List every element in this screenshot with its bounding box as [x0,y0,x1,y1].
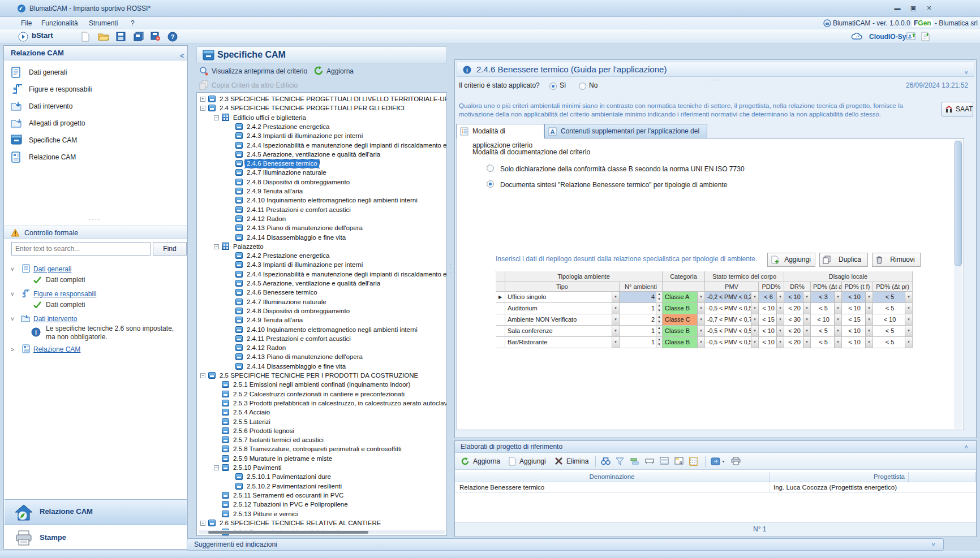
tree-item[interactable]: 2.5.1 Emissioni negli ambienti confinati… [199,380,447,390]
minimize-button[interactable]: ▬ [891,3,904,13]
tree-item[interactable]: 2.4.13 Piano di manutenzione dell'opera [199,224,447,233]
chevron-down-icon[interactable]: ˅ [11,291,16,297]
grid-lines-icon[interactable] [689,457,698,466]
dropdown-button[interactable]: ▼ [697,292,704,302]
cell-pd_dtpr[interactable]: < 5▼ [873,337,913,348]
cell-n[interactable]: 1▲▼ [620,337,663,348]
preview-criterio-button[interactable]: Visualizza anteprima del criterio [212,64,307,78]
cell-pd_tf[interactable]: < 10▼ [842,303,873,314]
tree-item[interactable]: 2.4.11 Prestazioni e comfort acustici [199,335,447,344]
tree-item[interactable]: 2.4.4 Ispezionabilità e manutenzione deg… [199,270,447,279]
dropdown-button[interactable]: ▼ [751,303,758,314]
save-export-icon[interactable] [151,32,161,42]
spinner-control[interactable]: ▲▼ [656,292,662,302]
aggiungi-button[interactable]: Aggiungi [767,253,815,267]
cell-tipo[interactable]: Ambiente NON Verificato▼ [505,314,620,326]
aggiorna-button[interactable]: Aggiorna [326,64,354,78]
cell-pmv[interactable]: -0,5 < PMV < 0,5▼ [705,326,759,337]
sidebar-item-dati-intervento[interactable]: Dati intervento [4,98,187,115]
tree-expander-icon[interactable]: − [200,106,205,111]
sidebar-item-relazione-cam[interactable]: Relazione CAM [4,149,187,166]
cell-pd_dta[interactable]: < 3▼ [811,292,842,303]
cell-n[interactable]: 1▲▼ [620,326,663,337]
dropdown-button[interactable]: ▼ [751,337,758,348]
tree-item[interactable]: 2.5.3 Prodotti prefabbricati in calcestr… [199,399,447,408]
controllo-link[interactable]: Dati generali [33,265,71,273]
cell-pdd[interactable]: < 15▼ [759,314,784,326]
report-sync-icon[interactable] [921,32,931,42]
print-icon[interactable] [731,457,740,466]
cell-pd_tf[interactable]: < 10▼ [842,337,873,348]
tree-item[interactable]: 2.5.12 Tubazioni in PVC e Polipropilene [199,500,447,509]
dropdown-button[interactable]: ▼ [776,303,784,314]
collapse-sidebar-button[interactable]: < [180,49,184,63]
cell-cat[interactable]: Classe B▼ [663,326,705,337]
dropdown-button[interactable]: ▼ [612,292,619,302]
horizontal-splitter[interactable]: ···· [89,215,101,223]
cell-pd_dtpr[interactable]: < 5▼ [873,292,913,303]
tree-item[interactable]: −Palazzetto [199,243,447,252]
tree-item[interactable]: 2.5.10.1 Pavimentazioni dure [199,473,447,482]
tree-item[interactable]: 2.5.8 Tramezzature, contropareti perimet… [199,445,447,454]
cell-cat[interactable]: Classe C▼ [663,314,705,326]
tab-contenuti-supplementari[interactable]: A Contenuti supplementari per l'applicaz… [544,124,707,139]
tree-item[interactable]: 2.4.10 Inquinamento elettromagnetico neg… [199,326,447,335]
tree-item[interactable]: −2.4 SPECIFICHE TECNICHE PROGETTUALI PER… [199,104,447,113]
radio-si[interactable] [549,83,557,90]
dropdown-button[interactable]: ▼ [776,292,784,302]
refresh-icon[interactable] [461,457,470,466]
filter-icon[interactable] [616,457,625,466]
elaborati-aggiungi-button[interactable]: Aggiungi [519,453,546,470]
elaborati-cell-progettista[interactable]: Ing. Luca Cocozza (Progettista energetic… [770,482,976,493]
refresh-icon[interactable] [314,66,324,76]
sidebar-item-allegati[interactable]: Allegati di progetto [4,115,187,132]
cell-pd_dta[interactable]: < 5▼ [811,337,842,348]
tree-item[interactable]: 2.4.8 Dispositivi di ombreggiamento [199,178,447,187]
tree-item[interactable]: 2.4.5 Aerazione, ventilazione e qualità … [199,279,447,288]
nav-relazione-cam[interactable]: Relazione CAM [5,499,187,525]
cell-n[interactable]: 4▲▼ [620,292,663,303]
menu-help[interactable]: ? [127,19,139,28]
dropdown-button[interactable]: ▼ [803,326,810,336]
tree-item[interactable]: 2.4.10 Inquinamento elettromagnetico neg… [199,196,447,205]
tab-modalita-applicazione[interactable]: Modalità di applicazione criterio [456,124,544,139]
tree-item[interactable]: 2.5.9 Murature in pietrame e miste [199,455,447,464]
dropdown-button[interactable]: ▼ [803,314,810,325]
tree-item[interactable]: 2.4.14 Disassemblaggio e fine vita [199,362,447,371]
new-file-icon[interactable] [81,32,91,42]
tree-item[interactable]: 2.4.2 Prestazione energetica [199,252,447,261]
delete-x-icon[interactable] [555,457,564,466]
tree-item[interactable]: −2.6 SPECIFICHE TECNICHE RELATIVE AL CAN… [199,519,447,528]
cell-pd_tf[interactable]: < 15▼ [842,314,873,326]
tree-item[interactable]: 2.4.3 Impianti di illuminazione per inte… [199,132,447,141]
rimuovi-button[interactable]: Rimuovi [872,253,921,267]
sidebar-item-figure-responsabili[interactable]: Figure e responsabili [4,81,187,98]
nav-stampe[interactable]: Stampe [5,526,187,550]
cell-pdd[interactable]: < 6▼ [759,292,784,303]
dropdown-button[interactable]: ▼ [697,314,704,325]
open-file-icon[interactable] [98,32,108,42]
cell-pdd[interactable]: < 10▼ [759,303,784,314]
tree-item[interactable]: 2.4.13 Piano di manutenzione dell'opera [199,353,447,362]
tree-item[interactable]: 2.4.12 Radon [199,344,447,353]
cell-pdd[interactable]: < 10▼ [759,326,784,337]
controllo-link[interactable]: Relazione CAM [33,345,80,353]
auto-filter-row-icon[interactable]: a [674,457,684,466]
cell-tipo[interactable]: Bar/Ristorante▼ [505,337,620,348]
dropdown-button[interactable]: ▼ [905,314,912,325]
tree-item[interactable]: −2.5.10 Pavimenti [199,464,447,473]
cell-pd_dta[interactable]: < 5▼ [811,326,842,337]
dropdown-button[interactable]: ▼ [865,337,872,348]
export-dropdown-icon[interactable] [711,457,725,466]
tree-item[interactable]: 2.4.12 Radon [199,215,447,224]
tree-item[interactable]: 2.4.8 Dispositivi di ombreggiamento [199,307,447,316]
tree-item[interactable]: 2.5.11 Serramenti ed oscuranti in PVC [199,491,447,500]
bstart-icon[interactable] [18,32,28,42]
spinner-control[interactable]: ▲▼ [656,303,662,314]
cell-tipo[interactable]: Auditorium▼ [505,303,620,314]
sidebar-item-dati-generali[interactable]: Dati generali [4,64,187,81]
dropdown-button[interactable]: ▼ [697,337,704,348]
tree-item[interactable]: 2.4.3 Impianti di illuminazione per inte… [199,261,447,270]
dropdown-button[interactable]: ▼ [834,303,841,314]
copia-criteri-button[interactable]: Copia Criteri da altro Edificio [212,79,298,92]
